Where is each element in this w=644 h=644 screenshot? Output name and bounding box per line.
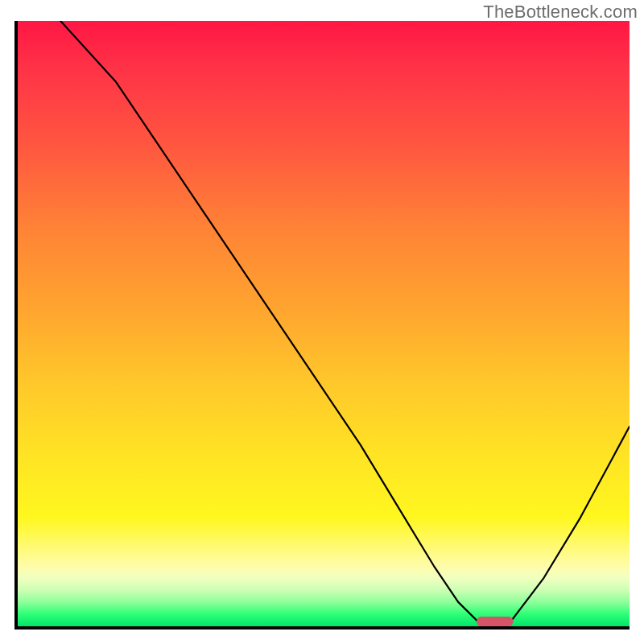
plot-area: [14, 21, 630, 630]
chart-container: TheBottleneck.com: [0, 0, 644, 644]
watermark-text: TheBottleneck.com: [483, 2, 638, 23]
chart-svg: [18, 21, 630, 626]
bottleneck-curve-line: [60, 21, 630, 626]
optimal-point-marker: [477, 617, 514, 626]
